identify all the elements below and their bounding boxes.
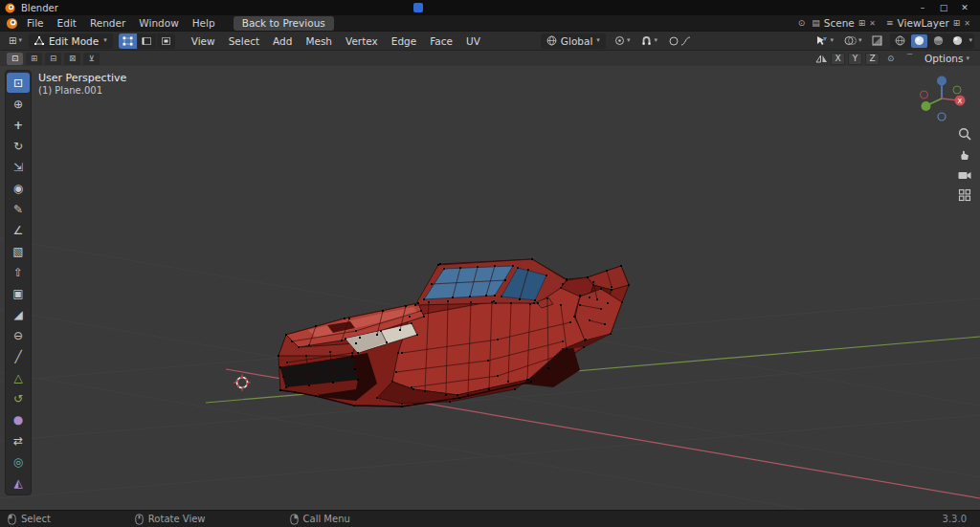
car-mesh[interactable] <box>278 258 630 407</box>
tool-rotate[interactable]: ↻ <box>7 136 30 156</box>
camera-view-icon[interactable] <box>958 169 971 181</box>
unlink-scene-icon[interactable]: ✕ <box>869 19 876 28</box>
tool-box-select[interactable]: ⊡ <box>7 73 30 93</box>
menu-help[interactable]: Help <box>186 16 222 30</box>
tool-knife[interactable]: ╱ <box>7 346 30 366</box>
pivot-point-dropdown[interactable]: ▾ <box>612 33 634 49</box>
tool-transform[interactable]: ◉ <box>7 178 30 198</box>
snap-toggle[interactable]: ▾ <box>638 33 660 49</box>
ortho-grid-icon[interactable] <box>958 188 971 202</box>
menu-window[interactable]: Window <box>132 16 185 30</box>
tool-spin[interactable]: ↺ <box>7 388 30 408</box>
orientation-label: Global <box>561 35 593 47</box>
menu-add[interactable]: Add <box>266 33 299 49</box>
mirror-z-button[interactable]: Z <box>865 53 880 65</box>
show-gizmo-dropdown[interactable]: ▾ <box>813 33 836 49</box>
back-to-previous-button[interactable]: Back to Previous <box>234 16 334 31</box>
wireframe-shading-button[interactable] <box>892 34 908 48</box>
tool-scale[interactable]: ⇲ <box>7 157 30 177</box>
snap-base-icon[interactable]: ⊙ <box>882 53 899 65</box>
menu-face[interactable]: Face <box>423 33 459 49</box>
menu-select[interactable]: Select <box>222 33 266 49</box>
mirror-y-button[interactable]: Y <box>848 53 862 65</box>
gizmo-minus-x-ball[interactable] <box>921 91 928 99</box>
gizmo-minus-z-ball[interactable] <box>938 113 946 121</box>
mirror-x-button[interactable]: X <box>831 53 845 65</box>
tool-annotate[interactable]: ✎ <box>7 199 30 219</box>
proportional-edit-toggle[interactable] <box>666 33 694 49</box>
new-viewlayer-icon[interactable]: ⊞ <box>953 18 961 28</box>
tool-smooth[interactable]: ● <box>7 409 30 429</box>
mouse-right-icon <box>290 514 299 525</box>
menu-edit[interactable]: Edit <box>51 16 83 30</box>
rendered-shading-button[interactable] <box>949 34 966 48</box>
select-invert-button[interactable]: ⊠ <box>64 53 80 65</box>
menu-uv[interactable]: UV <box>459 33 487 49</box>
viewlayer-name: ViewLayer <box>898 17 949 29</box>
viewport-canvas[interactable] <box>0 66 980 510</box>
menu-render[interactable]: Render <box>83 16 132 30</box>
mesh-options-group: X Y Z ⊙ ⌒ Options ▾ <box>815 53 973 65</box>
menu-view[interactable]: View <box>185 33 222 49</box>
blender-app-icon <box>5 3 15 13</box>
menu-edge[interactable]: Edge <box>385 33 423 49</box>
chevron-down-icon: ▾ <box>966 55 969 62</box>
viewlayer-selector[interactable]: ≡ ViewLayer ⊞ ✕ <box>882 17 974 29</box>
gizmo-minus-y-ball[interactable] <box>953 86 961 94</box>
pin-icon[interactable]: ⊙ <box>798 18 806 28</box>
face-select-button[interactable] <box>157 33 175 49</box>
menu-mesh[interactable]: Mesh <box>299 33 339 49</box>
select-set-button[interactable]: ⊡ <box>7 53 23 65</box>
vertex-select-icon <box>122 36 133 46</box>
tool-inset-faces[interactable]: ▣ <box>7 283 30 303</box>
tool-edge-slide[interactable]: ⇄ <box>7 430 30 450</box>
tool-shrink-fatten[interactable]: ◎ <box>7 451 30 472</box>
orientation-dropdown[interactable]: Global ▾ <box>541 33 606 49</box>
gizmo-y-axis-ball[interactable] <box>922 101 931 111</box>
3d-viewport[interactable]: ⊡ ⊕ + ↻ ⇲ ◉ ✎ ∠ ▧ ⇧ ▣ ◢ ⊖ ╱ △ ↺ ● ⇄ ◎ ◭ … <box>0 66 980 510</box>
zoom-icon[interactable] <box>958 127 971 141</box>
snap-settings-chevron-icon[interactable]: ▾ <box>654 37 657 44</box>
new-scene-icon[interactable]: ⊞ <box>858 18 866 28</box>
menu-vertex[interactable]: Vertex <box>339 33 385 49</box>
xray-toggle[interactable] <box>869 33 885 49</box>
editor-type-button[interactable]: ⊞ ▾ <box>6 33 25 49</box>
pan-hand-icon[interactable] <box>958 148 971 162</box>
menu-file[interactable]: File <box>20 16 51 30</box>
options-label: Options <box>924 53 964 64</box>
tool-poly-build[interactable]: △ <box>7 367 30 387</box>
select-extend-button[interactable]: ⊞ <box>26 53 42 65</box>
falloff-icon[interactable]: ⌒ <box>902 53 918 65</box>
maximize-button[interactable]: □ <box>933 0 954 15</box>
mirror-icon <box>815 54 828 64</box>
tool-add-cube[interactable]: ▧ <box>7 241 30 261</box>
top-menubar: File Edit Render Window Help Back to Pre… <box>0 15 980 31</box>
select-subtract-button[interactable]: ⊟ <box>45 53 61 65</box>
vertex-select-button[interactable] <box>119 33 137 49</box>
mode-dropdown[interactable]: Edit Mode ▾ <box>29 33 113 49</box>
edge-select-button[interactable] <box>138 33 156 49</box>
scene-name: Scene <box>824 17 855 29</box>
material-shading-button[interactable] <box>930 34 947 48</box>
remove-viewlayer-icon[interactable]: ✕ <box>964 19 970 28</box>
select-mode-group <box>119 33 175 49</box>
face-select-icon <box>161 36 171 46</box>
minimize-button[interactable]: – <box>912 0 933 15</box>
show-overlays-dropdown[interactable]: ▾ <box>841 33 865 49</box>
shading-options-chevron-icon[interactable]: ▾ <box>969 37 972 44</box>
close-button[interactable]: ✕ <box>954 0 975 15</box>
tool-bevel[interactable]: ◢ <box>7 304 30 324</box>
tool-cursor[interactable]: ⊕ <box>7 94 30 114</box>
blender-logo-icon[interactable] <box>6 17 18 30</box>
tool-extrude[interactable]: ⇧ <box>7 262 30 282</box>
tool-loop-cut[interactable]: ⊖ <box>7 325 30 345</box>
options-dropdown[interactable]: Options ▾ <box>921 53 973 64</box>
tool-rip-region[interactable]: ◭ <box>7 472 30 493</box>
tool-measure[interactable]: ∠ <box>7 220 30 240</box>
select-intersect-button[interactable]: ⊻ <box>83 53 100 65</box>
navigation-gizmo[interactable]: X <box>915 72 969 125</box>
scene-selector[interactable]: ▤ Scene ⊞ ✕ <box>808 17 880 29</box>
tool-move[interactable]: + <box>7 115 30 135</box>
solid-shading-button[interactable] <box>911 34 927 48</box>
gizmo-z-axis-ball[interactable] <box>937 77 947 86</box>
